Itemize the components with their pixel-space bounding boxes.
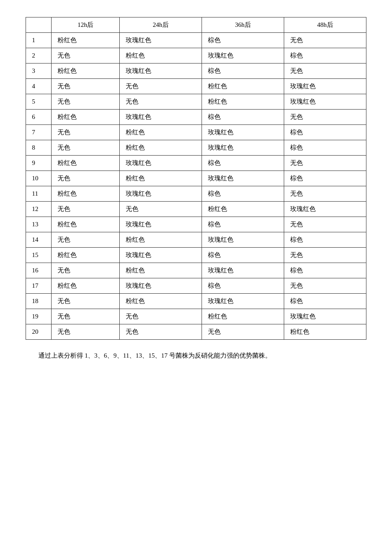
table-row: 9粉红色玫瑰红色棕色无色 [26,156,366,171]
cell-col-3: 粉红色 [202,94,284,110]
cell-id: 10 [26,171,52,186]
cell-id: 11 [26,186,52,202]
cell-col-4: 玫瑰红色 [284,309,366,324]
cell-col-1: 无色 [52,140,120,156]
table-row: 5无色无色粉红色玫瑰红色 [26,94,366,110]
cell-col-2: 粉红色 [120,125,202,140]
cell-col-4: 无色 [284,64,366,79]
cell-col-2: 玫瑰红色 [120,278,202,294]
cell-id: 4 [26,79,52,94]
cell-col-3: 玫瑰红色 [202,171,284,186]
cell-col-4: 玫瑰红色 [284,94,366,110]
cell-col-3: 棕色 [202,64,284,79]
cell-col-1: 粉红色 [52,33,120,48]
cell-col-3: 棕色 [202,248,284,263]
cell-col-2: 无色 [120,202,202,217]
cell-col-2: 玫瑰红色 [120,156,202,171]
cell-id: 6 [26,110,52,125]
cell-col-4: 玫瑰红色 [284,202,366,217]
cell-col-2: 粉红色 [120,263,202,278]
cell-col-3: 玫瑰红色 [202,263,284,278]
table-row: 10无色粉红色玫瑰红色棕色 [26,171,366,186]
header-id [26,17,52,33]
cell-col-2: 粉红色 [120,232,202,248]
cell-col-4: 无色 [284,217,366,232]
cell-id: 16 [26,263,52,278]
cell-col-2: 无色 [120,309,202,324]
cell-id: 13 [26,217,52,232]
cell-col-4: 棕色 [284,48,366,64]
cell-col-3: 玫瑰红色 [202,294,284,309]
cell-col-1: 无色 [52,202,120,217]
cell-id: 7 [26,125,52,140]
table-row: 11粉红色玫瑰红色棕色无色 [26,186,366,202]
cell-col-4: 无色 [284,156,366,171]
table-row: 4无色无色粉红色玫瑰红色 [26,79,366,94]
cell-col-2: 无色 [120,324,202,340]
cell-col-4: 棕色 [284,232,366,248]
cell-col-4: 无色 [284,248,366,263]
cell-col-2: 玫瑰红色 [120,110,202,125]
cell-col-3: 玫瑰红色 [202,140,284,156]
table-row: 7无色粉红色玫瑰红色棕色 [26,125,366,140]
cell-col-3: 粉红色 [202,309,284,324]
cell-col-3: 玫瑰红色 [202,232,284,248]
cell-col-4: 无色 [284,110,366,125]
cell-id: 3 [26,64,52,79]
cell-id: 20 [26,324,52,340]
table-row: 6粉红色玫瑰红色棕色无色 [26,110,366,125]
cell-col-3: 玫瑰红色 [202,48,284,64]
table-row: 17粉红色玫瑰红色棕色无色 [26,278,366,294]
cell-col-3: 棕色 [202,110,284,125]
cell-id: 15 [26,248,52,263]
cell-col-4: 棕色 [284,125,366,140]
table-row: 2无色粉红色玫瑰红色棕色 [26,48,366,64]
cell-col-1: 无色 [52,125,120,140]
cell-col-1: 无色 [52,171,120,186]
cell-col-4: 玫瑰红色 [284,79,366,94]
data-table: 12h后 24h后 36h后 48h后 1粉红色玫瑰红色棕色无色2无色粉红色玫瑰… [26,17,366,340]
cell-col-3: 棕色 [202,33,284,48]
cell-col-1: 粉红色 [52,156,120,171]
cell-col-4: 棕色 [284,263,366,278]
cell-col-2: 玫瑰红色 [120,217,202,232]
cell-col-1: 无色 [52,309,120,324]
cell-col-1: 粉红色 [52,278,120,294]
cell-col-4: 棕色 [284,294,366,309]
header-36h: 36h后 [202,17,284,33]
cell-col-1: 无色 [52,232,120,248]
table-row: 14无色粉红色玫瑰红色棕色 [26,232,366,248]
cell-id: 19 [26,309,52,324]
table-row: 20无色无色无色粉红色 [26,324,366,340]
cell-col-1: 无色 [52,79,120,94]
cell-id: 14 [26,232,52,248]
cell-col-3: 玫瑰红色 [202,125,284,140]
cell-col-1: 粉红色 [52,64,120,79]
table-row: 16无色粉红色玫瑰红色棕色 [26,263,366,278]
cell-id: 9 [26,156,52,171]
cell-col-3: 棕色 [202,278,284,294]
table-row: 15粉红色玫瑰红色棕色无色 [26,248,366,263]
cell-col-1: 粉红色 [52,110,120,125]
cell-col-3: 无色 [202,324,284,340]
cell-col-2: 玫瑰红色 [120,248,202,263]
cell-id: 2 [26,48,52,64]
cell-col-1: 粉红色 [52,186,120,202]
header-48h: 48h后 [284,17,366,33]
cell-id: 5 [26,94,52,110]
header-12h: 12h后 [52,17,120,33]
table-row: 18无色粉红色玫瑰红色棕色 [26,294,366,309]
cell-col-4: 粉红色 [284,324,366,340]
table-row: 8无色粉红色玫瑰红色棕色 [26,140,366,156]
cell-col-4: 无色 [284,33,366,48]
cell-col-2: 粉红色 [120,140,202,156]
cell-col-1: 粉红色 [52,217,120,232]
cell-col-2: 粉红色 [120,171,202,186]
cell-col-2: 玫瑰红色 [120,186,202,202]
cell-col-1: 无色 [52,48,120,64]
cell-col-4: 棕色 [284,171,366,186]
cell-col-1: 无色 [52,294,120,309]
table-row: 1粉红色玫瑰红色棕色无色 [26,33,366,48]
cell-col-1: 无色 [52,324,120,340]
cell-id: 17 [26,278,52,294]
